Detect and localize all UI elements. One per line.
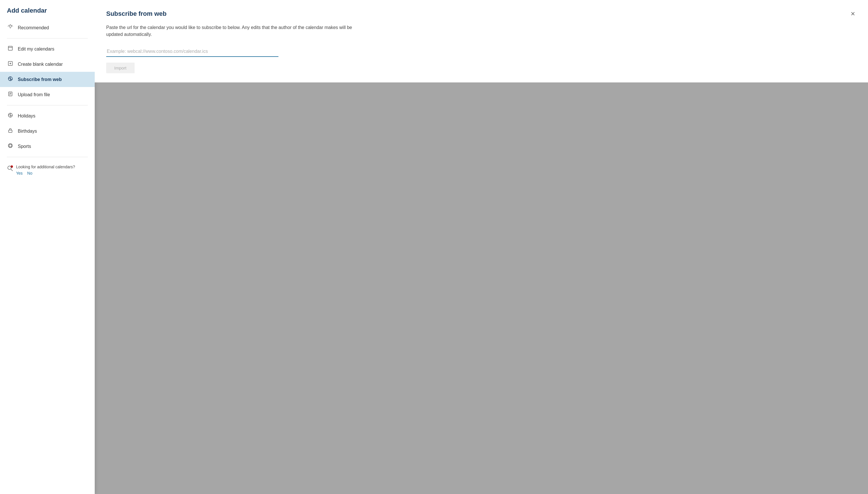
create-calendar-label: Create blank calendar (18, 62, 63, 67)
holidays-label: Holidays (18, 113, 35, 119)
add-calendar-item-edit[interactable]: Edit my calendars (0, 41, 95, 57)
divider-2 (7, 105, 88, 106)
url-input[interactable] (106, 46, 278, 57)
add-calendar-item-holidays[interactable]: Holidays (0, 108, 95, 124)
modal-overlay: Add calendar Recommended Edit my calenda… (0, 0, 868, 494)
add-calendar-item-subscribe[interactable]: Subscribe from web (0, 72, 95, 87)
looking-yes-link[interactable]: Yes (16, 171, 23, 175)
subscribe-icon (7, 76, 14, 83)
upload-icon (7, 91, 14, 98)
upload-label: Upload from file (18, 92, 50, 97)
recommended-icon (7, 24, 14, 31)
holidays-icon (7, 112, 14, 119)
looking-icon: ! (7, 165, 13, 173)
dialog-title: Subscribe from web (106, 10, 166, 18)
dialog-description: Paste the url for the calendar you would… (106, 24, 364, 38)
edit-calendars-label: Edit my calendars (18, 46, 54, 52)
looking-links: Yes No (16, 171, 75, 175)
url-input-wrapper (106, 46, 856, 57)
svg-rect-16 (8, 46, 12, 50)
add-calendar-item-sports[interactable]: Sports (0, 139, 95, 154)
add-calendar-item-birthdays[interactable]: Birthdays (0, 124, 95, 139)
create-calendar-icon (7, 61, 14, 68)
add-calendar-title: Add calendar (0, 7, 95, 20)
subscribe-label: Subscribe from web (18, 77, 62, 82)
close-button[interactable]: ✕ (849, 9, 856, 18)
add-calendar-panel: Add calendar Recommended Edit my calenda… (0, 0, 95, 494)
sports-label: Sports (18, 144, 31, 149)
add-calendar-item-create[interactable]: Create blank calendar (0, 57, 95, 72)
looking-for-calendars-block: ! Looking for additional calendars? Yes … (0, 160, 95, 180)
add-calendar-item-recommended[interactable]: Recommended (0, 20, 95, 35)
looking-text: Looking for additional calendars? (16, 165, 75, 169)
svg-line-34 (11, 169, 13, 171)
import-button[interactable]: Import (106, 63, 135, 73)
edit-calendars-icon (7, 45, 14, 53)
recommended-label: Recommended (18, 25, 49, 31)
svg-point-15 (9, 25, 12, 27)
svg-text:!: ! (11, 166, 12, 168)
svg-point-32 (8, 144, 12, 148)
looking-no-link[interactable]: No (27, 171, 33, 175)
sports-icon (7, 143, 14, 150)
divider-3 (7, 157, 88, 157)
birthdays-label: Birthdays (18, 129, 37, 134)
subscribe-from-web-dialog: Subscribe from web ✕ Paste the url for t… (95, 0, 868, 82)
dialog-header: Subscribe from web ✕ (106, 9, 856, 18)
svg-rect-29 (8, 130, 12, 132)
add-calendar-item-upload[interactable]: Upload from file (0, 87, 95, 102)
birthdays-icon (7, 128, 14, 135)
